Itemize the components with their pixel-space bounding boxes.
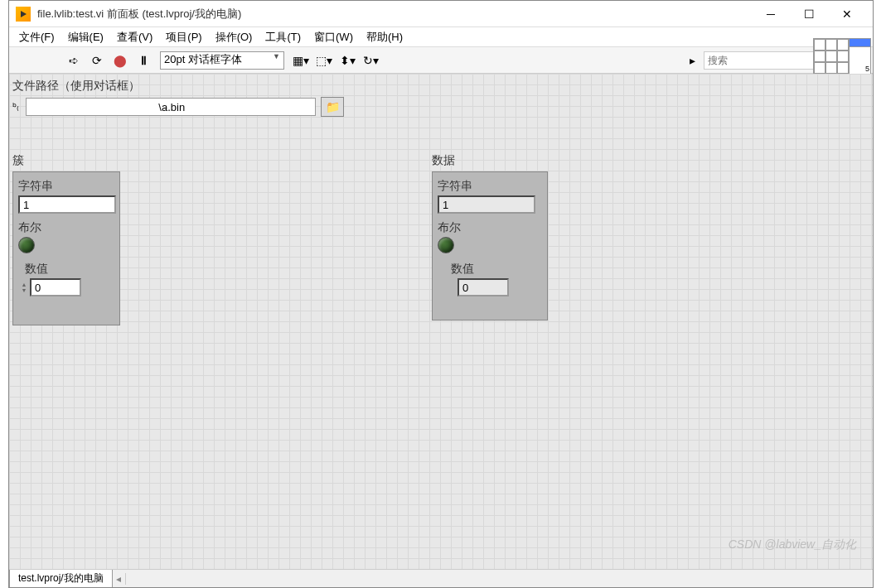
string-field-label: 字符串: [18, 179, 114, 194]
bool-field-label: 布尔: [18, 220, 114, 235]
numeric-indicator-2: 0: [458, 278, 542, 296]
string-indicator-2: 1: [438, 195, 535, 214]
connector-grid: [814, 39, 849, 74]
cluster1-label: 簇: [12, 153, 24, 168]
string-ind-label: 字符串: [438, 179, 542, 194]
path-control-label: 文件路径（使用对话框）: [12, 79, 140, 94]
menu-tools[interactable]: 工具(T): [259, 28, 307, 46]
scroll-left-icon[interactable]: ◂: [113, 573, 126, 585]
close-button[interactable]: ✕: [828, 2, 866, 27]
path-type-icon: ᵇ₍: [12, 101, 24, 113]
front-panel-grid[interactable]: 文件路径（使用对话框） ᵇ₍ 📁 簇 字符串 布尔 数值 ▲▼ 数据 字符串 1…: [9, 74, 873, 569]
search-input[interactable]: [704, 51, 820, 70]
titlebar: file.lvlib:test.vi 前面板 (test.lvproj/我的电脑…: [9, 1, 873, 27]
distribute-button[interactable]: ⬚▾: [313, 50, 335, 71]
align-button[interactable]: ▦▾: [290, 50, 312, 71]
resize-button[interactable]: ⬍▾: [336, 50, 358, 71]
menu-operate[interactable]: 操作(O): [209, 28, 259, 46]
numeric-control-1: ▲▼: [18, 278, 114, 296]
pause-button[interactable]: Ⅱ: [133, 50, 154, 71]
menu-edit[interactable]: 编辑(E): [61, 28, 110, 46]
menu-window[interactable]: 窗口(W): [307, 28, 360, 46]
labview-app-icon: [16, 7, 31, 22]
menu-project[interactable]: 项目(P): [159, 28, 208, 46]
cluster2-label: 数据: [432, 153, 455, 168]
menubar: 文件(F) 编辑(E) 查看(V) 项目(P) 操作(O) 工具(T) 窗口(W…: [9, 27, 873, 47]
run-continuous-button[interactable]: ⟳: [86, 50, 108, 71]
context-tab[interactable]: test.lvproj/我的电脑: [9, 570, 113, 587]
minimize-button[interactable]: ─: [752, 2, 790, 27]
numeric-input-1[interactable]: [30, 278, 81, 296]
font-selector[interactable]: 20pt 对话框字体: [160, 51, 284, 70]
toolbar: ➪ ⟳ ⬤ Ⅱ 20pt 对话框字体 ▦▾ ⬚▾ ⬍▾ ↻▾ ▸ 🔍 ?: [9, 47, 873, 74]
path-input[interactable]: [26, 98, 316, 116]
bool-ind-label: 布尔: [438, 220, 542, 235]
main-window: file.lvlib:test.vi 前面板 (test.lvproj/我的电脑…: [8, 0, 874, 588]
numeric-spinner[interactable]: ▲▼: [18, 278, 30, 296]
statusbar: test.lvproj/我的电脑 ◂: [9, 569, 873, 587]
vi-icon: 5: [849, 39, 870, 74]
abort-button[interactable]: ⬤: [109, 50, 131, 71]
bool-led-1[interactable]: [18, 237, 35, 253]
menu-view[interactable]: 查看(V): [110, 28, 159, 46]
run-button[interactable]: ➪: [63, 50, 85, 71]
bool-led-2: [438, 237, 454, 253]
window-title: file.lvlib:test.vi 前面板 (test.lvproj/我的电脑…: [37, 7, 752, 22]
menu-file[interactable]: 文件(F): [12, 28, 61, 46]
maximize-button[interactable]: ☐: [790, 2, 828, 27]
browse-button[interactable]: 📁: [321, 97, 344, 117]
reorder-button[interactable]: ↻▾: [360, 50, 381, 71]
cluster-indicator: 字符串 1 布尔 数值 0: [432, 171, 548, 321]
connector-pane[interactable]: 5: [813, 38, 871, 75]
num-ind-label: 数值: [451, 262, 542, 277]
menu-help[interactable]: 帮助(H): [360, 28, 409, 46]
path-control: ᵇ₍ 📁: [12, 97, 344, 117]
num-field-label: 数值: [25, 262, 114, 277]
watermark-text: CSDN @labview_自动化: [729, 537, 856, 552]
nav-arrow-icon[interactable]: ▸: [681, 50, 703, 71]
cluster-control[interactable]: 字符串 布尔 数值 ▲▼: [12, 171, 120, 325]
string-input-1[interactable]: [18, 195, 116, 214]
window-controls: ─ ☐ ✕: [752, 2, 866, 27]
